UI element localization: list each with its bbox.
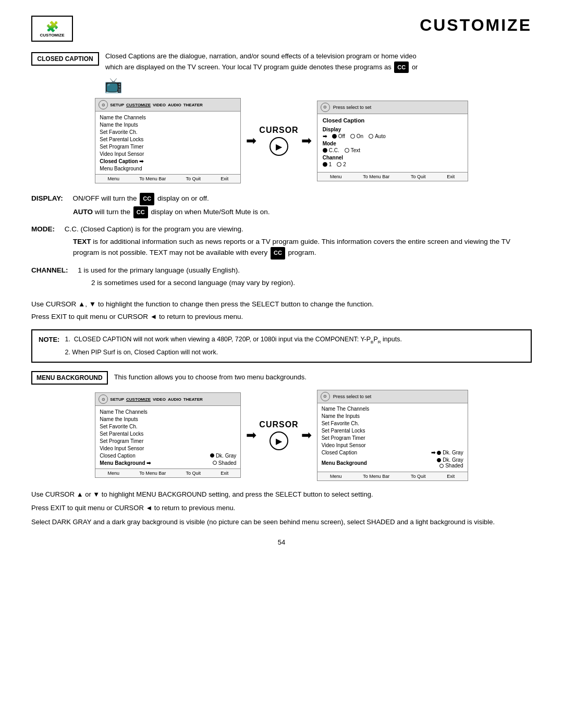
menu2-bg-row: Menu Background ➡ Shaded — [100, 459, 236, 466]
menu-item-2: Name the Inputs — [100, 121, 236, 128]
menu-item-1: Name the Channels — [100, 114, 236, 121]
menu-box-2-header: ⊙ SETUP CUSTOMIZE VIDEO AUDIO THEATER — [95, 393, 240, 406]
radio-auto-label: Auto — [375, 133, 386, 139]
arrow-right-2: ➡ — [301, 133, 312, 148]
channel-title: Channel — [323, 155, 462, 161]
right-menu-footer-2: Menu To Menu Bar To Quit Exit — [317, 472, 468, 480]
arrow-right-1: ➡ — [246, 133, 256, 148]
rmenu2-cc-text: Dk. Gray — [443, 450, 463, 455]
cc-desc2: which are displayed on the TV screen. Yo… — [105, 63, 391, 70]
channel-text2: 2 is sometimes used for a second languag… — [91, 279, 295, 287]
rmenu2-item-1: Name The Channels — [322, 405, 463, 413]
closed-caption-section: CLOSED CAPTION Closed Captions are the d… — [31, 51, 532, 73]
tab-theater: THEATER — [183, 103, 203, 107]
mode-text: C.C. (Closed Caption) is for the program… — [65, 225, 243, 233]
cursor-block-1: CURSOR ▶ — [259, 126, 298, 156]
menu2-bg-value: Shaded — [213, 460, 236, 466]
rmenu2-bg-val1: Dk. Gray — [437, 457, 463, 463]
rmenu2-bg-val2: Shaded — [439, 463, 463, 468]
rmenu2-cc-label: Closed Caption — [322, 450, 357, 455]
mode-section: MODE: C.C. (Closed Caption) is for the p… — [31, 224, 532, 260]
cursor-instr2: Press EXIT to quit menu or CURSOR ◄ to r… — [31, 311, 532, 323]
display-line2: AUTO will turn the CC display on when Mu… — [73, 206, 532, 219]
rmenu2-item-4: Set Parental Locks — [322, 427, 463, 435]
tv-icon: 📺 — [104, 78, 532, 93]
arrow-right-4: ➡ — [301, 428, 312, 442]
radio-ch2-circle — [337, 162, 341, 167]
radio-text-circle — [345, 148, 349, 153]
bottom-line1: Use CURSOR ▲ or ▼ to highlight MENU BACK… — [31, 489, 532, 500]
arrow-right-3: ➡ — [246, 428, 256, 442]
menu-icon-2: ⊙ — [99, 394, 108, 404]
menu2-item-3: Set Favorite Ch. — [100, 423, 236, 430]
cc-radio — [210, 453, 214, 458]
radio-on: On — [350, 133, 363, 139]
closed-caption-text: Closed Captions are the dialogue, narrat… — [105, 51, 532, 73]
cc-desc3: or — [412, 63, 418, 70]
page-container: 🧩 CUSTOMIZE CUSTOMIZE CLOSED CAPTION Clo… — [0, 0, 563, 728]
page-number: 54 — [31, 538, 532, 546]
radio-ch1: 1 — [323, 162, 332, 167]
channel-text1: 1 is used for the primary language (usua… — [78, 266, 240, 274]
diagrams-row-2: ⊙ SETUP CUSTOMIZE VIDEO AUDIO THEATER Na… — [31, 390, 532, 481]
rfooter-tomenubar: To Menu Bar — [363, 174, 389, 179]
cursor-arrow-circle-1: ▶ — [270, 137, 288, 156]
text-label: TEXT — [73, 238, 91, 245]
page-title: CUSTOMIZE — [420, 16, 532, 35]
rfooter2-tomenubar: To Menu Bar — [363, 474, 389, 479]
display-text2: will turn the — [95, 208, 130, 216]
menu2-cc-row: Closed Caption Dk. Gray — [100, 452, 236, 459]
radio-on-circle — [350, 134, 355, 139]
cc-badge-auto: CC — [133, 206, 148, 219]
right-menu-1-title: Closed Caption — [323, 117, 462, 124]
channel-radio-row: 1 2 — [323, 162, 462, 167]
right-menu-1-body: Closed Caption Display ➡ Off On Auto — [317, 114, 468, 172]
rmenu2-cc-row: Closed Caption ➡ Dk. Gray — [322, 449, 463, 456]
menu-background-section: MENU BACKGROUND This function allows you… — [31, 370, 532, 385]
menu-footer-2: Menu To Menu Bar To Quit Exit — [95, 468, 240, 477]
menu-background-label: MENU BACKGROUND — [31, 371, 108, 385]
rmenu2-bg-radio1 — [437, 458, 441, 462]
closed-caption-label: CLOSED CAPTION — [31, 52, 99, 66]
tab2-customize: CUSTOMIZE — [126, 397, 151, 402]
channel-line1: CHANNEL: 1 is used for the primary langu… — [31, 265, 532, 276]
radio-off-label: Off — [338, 133, 345, 139]
rfooter2-menu: Menu — [330, 474, 342, 479]
menu-body-1: Name the Channels Name the Inputs Set Fa… — [95, 112, 240, 174]
tab-video: VIDEO — [153, 103, 166, 107]
cc-badge-1: CC — [394, 61, 409, 73]
cursor-label-2: CURSOR — [259, 420, 298, 429]
right-menu-icon: ⊙ — [321, 103, 330, 112]
display-text2b: display on when Mute/Soft Mute is on. — [151, 208, 270, 216]
display-radio-row: ➡ Off On Auto — [323, 133, 462, 139]
cc-desc1: Closed Captions are the dialogue, narrat… — [105, 52, 417, 60]
rmenu2-item-2: Name the Inputs — [322, 413, 463, 420]
radio-cc-label: C.C. — [329, 147, 339, 153]
right-menu-icon-2: ⊙ — [321, 392, 330, 401]
cursor-instr1: Use CURSOR ▲, ▼ to highlight the functio… — [31, 299, 532, 310]
menu2-item-6: Video Input Sensor — [100, 445, 236, 452]
menu-item-menu-bg: Menu Background — [100, 165, 236, 172]
rmenu2-cc-value: ➡ Dk. Gray — [431, 450, 463, 455]
radio-ch2-label: 2 — [343, 162, 346, 167]
bg-value-text: Shaded — [218, 460, 236, 466]
note-item-2: 2. When PIP Surf is on, Closed Caption w… — [65, 348, 401, 357]
rmenu2-cc-arrow: ➡ — [431, 450, 435, 455]
channel-label: CHANNEL: — [31, 266, 68, 274]
tab2-theater: THEATER — [183, 397, 203, 402]
rfooter-toquit: To Quit — [411, 174, 426, 179]
tab-audio: AUDIO — [168, 103, 181, 107]
right-menu-header-text: Press select to set — [333, 105, 372, 110]
menu-item-5: Set Program Timer — [100, 143, 236, 150]
note-box: NOTE: 1. CLOSED CAPTION will not work wh… — [31, 329, 532, 362]
rfooter-menu: Menu — [330, 174, 342, 179]
menu-item-6: Video Input Sensor — [100, 150, 236, 157]
arrow-cursor-section-2: ➡ CURSOR ▶ ➡ — [241, 420, 316, 450]
rmenu2-bg-label: Menu Background — [322, 460, 367, 466]
arrow-display: ➡ — [323, 133, 327, 139]
mode-line2: TEXT is for additional information such … — [73, 236, 532, 260]
menu-box-1-header: ⊙ SETUP CUSTOMIZE VIDEO AUDIO THEATER — [95, 98, 240, 112]
logo-text: CUSTOMIZE — [40, 33, 65, 38]
footer-exit: Exit — [221, 176, 228, 181]
tab2-setup: SETUP — [110, 397, 124, 402]
